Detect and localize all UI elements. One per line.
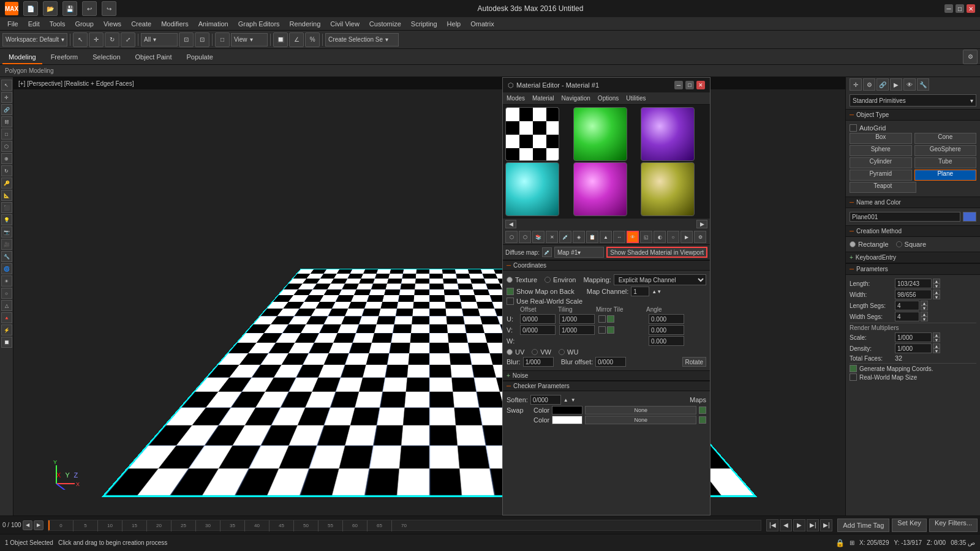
tube-button[interactable]: Tube: [914, 157, 977, 168]
width-up[interactable]: ▲: [933, 290, 940, 294]
mat-btn-get-material[interactable]: ⬡: [505, 231, 518, 243]
angle-w-input[interactable]: [649, 336, 684, 346]
color1-swatch[interactable]: [552, 406, 582, 414]
mat-btn-sibling[interactable]: ↔: [613, 231, 625, 243]
sidebar-s11[interactable]: 🔧: [1, 251, 12, 262]
cone-button[interactable]: Cone: [914, 133, 977, 144]
none2-button[interactable]: None: [585, 416, 696, 424]
mat-scroll-right[interactable]: ▶: [696, 220, 707, 228]
sidebar-s8[interactable]: 💡: [1, 214, 12, 225]
name-and-color-header[interactable]: ─ Name and Color: [846, 197, 980, 208]
name-input[interactable]: [850, 212, 960, 222]
tile-v-checkbox[interactable]: [607, 326, 614, 334]
density-input[interactable]: [895, 343, 932, 353]
sidebar-s17[interactable]: ⚡: [1, 324, 12, 335]
tab-populate[interactable]: Populate: [180, 50, 219, 64]
tiling-v-input[interactable]: [559, 325, 595, 335]
sphere-button[interactable]: Sphere: [850, 145, 912, 156]
angle-v-input[interactable]: [649, 325, 684, 335]
length-input[interactable]: [895, 279, 932, 288]
width-segs-up[interactable]: ▲: [921, 312, 928, 317]
maximize-button[interactable]: □: [956, 4, 964, 13]
mat-btn-delete[interactable]: ✕: [546, 231, 558, 243]
diffuse-map-dropdown[interactable]: Map #1 ▾: [554, 247, 604, 258]
menu-civil-view[interactable]: Civil View: [325, 17, 364, 31]
pyramid-button[interactable]: Pyramid: [850, 170, 912, 181]
width-segs-input[interactable]: [895, 312, 919, 321]
maps2-checkbox[interactable]: [699, 416, 706, 424]
menu-file[interactable]: File: [2, 17, 23, 31]
map-channel-spin[interactable]: ▲▼: [652, 289, 662, 294]
rectangle-radio[interactable]: [850, 241, 856, 247]
creation-method-header[interactable]: ─ Creation Method: [846, 225, 980, 237]
scale-up[interactable]: ▲: [933, 332, 940, 337]
mat-scroll-left[interactable]: ◀: [505, 220, 516, 228]
menu-group[interactable]: Group: [70, 17, 99, 31]
rp-utilities-icon[interactable]: 🔧: [917, 78, 929, 91]
menu-views[interactable]: Views: [99, 17, 126, 31]
mat-btn-put-library[interactable]: 📚: [532, 231, 545, 243]
tab-object-paint[interactable]: Object Paint: [129, 50, 178, 64]
mirror-u-checkbox[interactable]: [598, 315, 606, 323]
open-button[interactable]: 📂: [43, 1, 58, 16]
sidebar-unlink[interactable]: ⛓: [1, 116, 12, 127]
coordinates-section-header[interactable]: ─ Coordinates: [503, 260, 710, 271]
viewport-dropdown[interactable]: View▾: [231, 33, 268, 47]
sidebar-s1[interactable]: □: [1, 129, 12, 140]
mat-sphere-2[interactable]: [641, 107, 695, 161]
sidebar-s15[interactable]: △: [1, 300, 12, 311]
move-tool[interactable]: ✛: [89, 32, 104, 47]
mat-btn-sample-type[interactable]: ○: [667, 231, 679, 243]
sidebar-select[interactable]: ↖: [1, 80, 12, 91]
nav-backward[interactable]: ◀: [23, 520, 32, 530]
anim-go-start[interactable]: |◀: [766, 519, 778, 531]
diffuse-eyedropper[interactable]: 💉: [542, 247, 552, 257]
sidebar-s3[interactable]: ⊕: [1, 153, 12, 164]
mat-menu-utilities[interactable]: Utilities: [622, 92, 649, 104]
viewport-btn[interactable]: □: [215, 32, 230, 47]
close-button[interactable]: ✕: [967, 4, 975, 13]
set-key-button[interactable]: Set Key: [892, 519, 927, 532]
density-down[interactable]: ▼: [933, 348, 940, 353]
object-color-swatch[interactable]: [963, 212, 976, 222]
cylinder-button[interactable]: Cylinder: [850, 157, 912, 168]
save-button[interactable]: 💾: [62, 1, 77, 16]
mapping-dropdown[interactable]: Explicit Map Channel: [614, 274, 706, 285]
vw-radio[interactable]: [532, 349, 538, 355]
width-down[interactable]: ▼: [933, 294, 940, 299]
texture-radio[interactable]: [507, 277, 513, 283]
angle-btn[interactable]: ∠: [289, 32, 304, 47]
percent-btn[interactable]: %: [305, 32, 320, 47]
teapot-button[interactable]: Teapot: [850, 182, 916, 193]
mat-btn-unique[interactable]: ◈: [573, 231, 585, 243]
mat-btn-param-editor[interactable]: 📋: [586, 231, 598, 243]
snap-btn[interactable]: 🔲: [273, 32, 288, 47]
tab-selection[interactable]: Selection: [86, 50, 126, 64]
square-radio[interactable]: [896, 241, 902, 247]
uv-radio[interactable]: [507, 349, 513, 355]
width-segs-down[interactable]: ▼: [921, 317, 928, 321]
parameters-header[interactable]: ─ Parameters: [846, 263, 980, 275]
mat-btn-options[interactable]: ⚙: [694, 231, 706, 243]
checker-section-header[interactable]: ─ Checker Parameters: [503, 381, 710, 391]
autogrid-checkbox[interactable]: [850, 124, 857, 132]
tile-u-checkbox[interactable]: [607, 315, 614, 323]
mat-btn-show-bg[interactable]: ◱: [640, 231, 652, 243]
blur-offset-input[interactable]: [595, 357, 626, 367]
sidebar-s2[interactable]: ⬡: [1, 141, 12, 152]
anim-next-frame[interactable]: ▶|: [807, 519, 819, 531]
tiling-u-input[interactable]: [559, 314, 595, 324]
mat-btn-put-scene[interactable]: ⬡: [519, 231, 531, 243]
rp-display-icon[interactable]: 👁: [903, 78, 916, 91]
mat-sphere-3[interactable]: [505, 162, 559, 216]
rp-motion-icon[interactable]: ▶: [890, 78, 902, 91]
sidebar-s13[interactable]: ☀: [1, 276, 12, 287]
tab-freeform[interactable]: Freeform: [45, 50, 85, 64]
menu-customize[interactable]: Customize: [364, 17, 406, 31]
show-shaded-material-button[interactable]: Show Shaded Material in Viewport: [606, 247, 707, 258]
minimize-button[interactable]: ─: [944, 4, 953, 13]
anim-prev-frame[interactable]: ◀: [780, 519, 792, 531]
anim-play[interactable]: ▶: [793, 519, 805, 531]
menu-omatrix[interactable]: Omatrix: [466, 17, 499, 31]
map-channel-input[interactable]: [631, 287, 649, 296]
